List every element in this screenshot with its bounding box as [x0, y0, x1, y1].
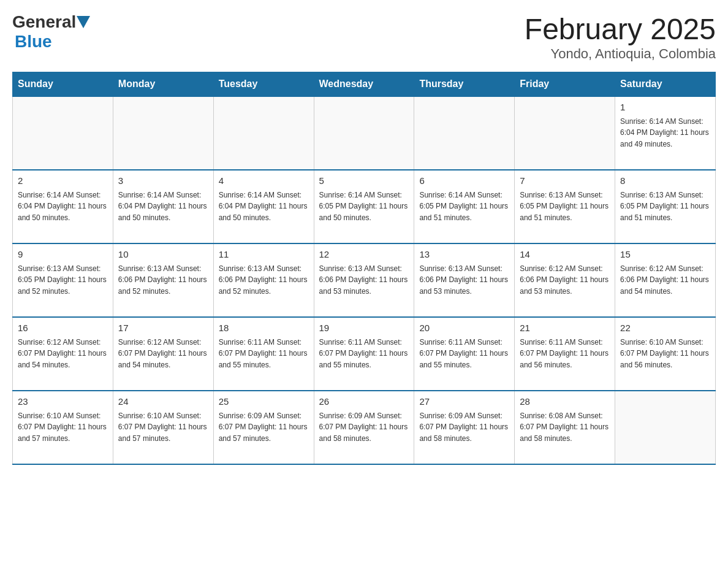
- day-info: Sunrise: 6:09 AM Sunset: 6:07 PM Dayligh…: [319, 410, 409, 445]
- calendar-week-3: 16Sunrise: 6:12 AM Sunset: 6:07 PM Dayli…: [13, 317, 716, 391]
- day-number: 3: [118, 174, 208, 188]
- calendar-cell: 21Sunrise: 6:11 AM Sunset: 6:07 PM Dayli…: [515, 317, 615, 391]
- day-number: 20: [419, 321, 509, 335]
- day-number: 17: [118, 321, 208, 335]
- day-number: 8: [620, 174, 710, 188]
- day-info: Sunrise: 6:14 AM Sunset: 6:04 PM Dayligh…: [219, 190, 309, 224]
- calendar-cell: 2Sunrise: 6:14 AM Sunset: 6:04 PM Daylig…: [13, 170, 113, 243]
- day-info: Sunrise: 6:13 AM Sunset: 6:05 PM Dayligh…: [18, 263, 108, 297]
- page-header: General Blue February 2025 Yondo, Antioq…: [12, 12, 716, 62]
- day-header-thursday: Thursday: [414, 72, 515, 97]
- day-number: 19: [319, 321, 409, 335]
- day-number: 4: [219, 174, 309, 188]
- page-subtitle: Yondo, Antioquia, Colombia: [525, 46, 716, 62]
- day-number: 9: [18, 248, 108, 262]
- calendar-cell: 12Sunrise: 6:13 AM Sunset: 6:06 PM Dayli…: [314, 243, 414, 317]
- day-info: Sunrise: 6:12 AM Sunset: 6:06 PM Dayligh…: [620, 263, 710, 297]
- logo: General Blue: [12, 12, 91, 52]
- day-header-saturday: Saturday: [615, 72, 716, 97]
- day-number: 18: [219, 321, 309, 335]
- calendar-cell: 1Sunrise: 6:14 AM Sunset: 6:04 PM Daylig…: [615, 96, 716, 170]
- day-info: Sunrise: 6:11 AM Sunset: 6:07 PM Dayligh…: [520, 337, 610, 371]
- day-info: Sunrise: 6:14 AM Sunset: 6:04 PM Dayligh…: [18, 190, 108, 224]
- svg-marker-0: [77, 16, 90, 28]
- day-info: Sunrise: 6:13 AM Sunset: 6:05 PM Dayligh…: [620, 190, 710, 224]
- day-number: 2: [18, 174, 108, 188]
- calendar-cell: 13Sunrise: 6:13 AM Sunset: 6:06 PM Dayli…: [414, 243, 515, 317]
- logo-general-text: General: [12, 12, 76, 32]
- day-header-friday: Friday: [515, 72, 615, 97]
- calendar-cell: 14Sunrise: 6:12 AM Sunset: 6:06 PM Dayli…: [515, 243, 615, 317]
- day-info: Sunrise: 6:13 AM Sunset: 6:06 PM Dayligh…: [118, 263, 208, 297]
- logo-triangle-icon: [77, 16, 90, 28]
- day-number: 14: [520, 248, 610, 262]
- calendar-cell: 27Sunrise: 6:09 AM Sunset: 6:07 PM Dayli…: [414, 391, 515, 464]
- day-number: 12: [319, 248, 409, 262]
- day-info: Sunrise: 6:11 AM Sunset: 6:07 PM Dayligh…: [219, 337, 309, 371]
- calendar-cell: 28Sunrise: 6:08 AM Sunset: 6:07 PM Dayli…: [515, 391, 615, 464]
- page-title: February 2025: [525, 12, 716, 46]
- calendar-cell: 10Sunrise: 6:13 AM Sunset: 6:06 PM Dayli…: [113, 243, 213, 317]
- day-number: 15: [620, 248, 710, 262]
- day-number: 10: [118, 248, 208, 262]
- day-info: Sunrise: 6:14 AM Sunset: 6:05 PM Dayligh…: [319, 190, 409, 224]
- calendar-cell: 18Sunrise: 6:11 AM Sunset: 6:07 PM Dayli…: [213, 317, 314, 391]
- day-info: Sunrise: 6:09 AM Sunset: 6:07 PM Dayligh…: [419, 410, 509, 445]
- day-number: 13: [419, 248, 509, 262]
- day-number: 6: [419, 174, 509, 188]
- day-info: Sunrise: 6:12 AM Sunset: 6:07 PM Dayligh…: [18, 337, 108, 371]
- calendar-cell: [13, 96, 113, 170]
- day-number: 5: [319, 174, 409, 188]
- day-number: 26: [319, 395, 409, 409]
- day-header-monday: Monday: [113, 72, 213, 97]
- calendar-week-0: 1Sunrise: 6:14 AM Sunset: 6:04 PM Daylig…: [13, 96, 716, 170]
- day-info: Sunrise: 6:13 AM Sunset: 6:05 PM Dayligh…: [520, 190, 610, 224]
- calendar-cell: 23Sunrise: 6:10 AM Sunset: 6:07 PM Dayli…: [13, 391, 113, 464]
- day-number: 7: [520, 174, 610, 188]
- calendar-header-row: SundayMondayTuesdayWednesdayThursdayFrid…: [13, 72, 716, 97]
- calendar-cell: [515, 96, 615, 170]
- calendar-cell: 9Sunrise: 6:13 AM Sunset: 6:05 PM Daylig…: [13, 243, 113, 317]
- day-number: 16: [18, 321, 108, 335]
- calendar-cell: [314, 96, 414, 170]
- day-info: Sunrise: 6:09 AM Sunset: 6:07 PM Dayligh…: [219, 410, 309, 445]
- day-info: Sunrise: 6:11 AM Sunset: 6:07 PM Dayligh…: [419, 337, 509, 371]
- calendar-cell: 6Sunrise: 6:14 AM Sunset: 6:05 PM Daylig…: [414, 170, 515, 243]
- day-number: 23: [18, 395, 108, 409]
- calendar-week-1: 2Sunrise: 6:14 AM Sunset: 6:04 PM Daylig…: [13, 170, 716, 243]
- calendar-week-2: 9Sunrise: 6:13 AM Sunset: 6:05 PM Daylig…: [13, 243, 716, 317]
- day-info: Sunrise: 6:10 AM Sunset: 6:07 PM Dayligh…: [620, 337, 710, 371]
- calendar-cell: [414, 96, 515, 170]
- day-info: Sunrise: 6:11 AM Sunset: 6:07 PM Dayligh…: [319, 337, 409, 371]
- calendar-cell: 25Sunrise: 6:09 AM Sunset: 6:07 PM Dayli…: [213, 391, 314, 464]
- day-header-wednesday: Wednesday: [314, 72, 414, 97]
- day-info: Sunrise: 6:08 AM Sunset: 6:07 PM Dayligh…: [520, 410, 610, 445]
- calendar-cell: 20Sunrise: 6:11 AM Sunset: 6:07 PM Dayli…: [414, 317, 515, 391]
- title-section: February 2025 Yondo, Antioquia, Colombia: [525, 12, 716, 62]
- day-info: Sunrise: 6:13 AM Sunset: 6:06 PM Dayligh…: [319, 263, 409, 297]
- calendar-cell: 22Sunrise: 6:10 AM Sunset: 6:07 PM Dayli…: [615, 317, 716, 391]
- calendar-cell: 24Sunrise: 6:10 AM Sunset: 6:07 PM Dayli…: [113, 391, 213, 464]
- day-header-sunday: Sunday: [13, 72, 113, 97]
- calendar-cell: [213, 96, 314, 170]
- day-info: Sunrise: 6:12 AM Sunset: 6:06 PM Dayligh…: [520, 263, 610, 297]
- day-number: 25: [219, 395, 309, 409]
- calendar-cell: 8Sunrise: 6:13 AM Sunset: 6:05 PM Daylig…: [615, 170, 716, 243]
- day-number: 27: [419, 395, 509, 409]
- day-info: Sunrise: 6:14 AM Sunset: 6:05 PM Dayligh…: [419, 190, 509, 224]
- calendar-cell: 26Sunrise: 6:09 AM Sunset: 6:07 PM Dayli…: [314, 391, 414, 464]
- day-info: Sunrise: 6:14 AM Sunset: 6:04 PM Dayligh…: [118, 190, 208, 224]
- calendar-cell: 7Sunrise: 6:13 AM Sunset: 6:05 PM Daylig…: [515, 170, 615, 243]
- calendar-cell: 11Sunrise: 6:13 AM Sunset: 6:06 PM Dayli…: [213, 243, 314, 317]
- calendar-cell: 17Sunrise: 6:12 AM Sunset: 6:07 PM Dayli…: [113, 317, 213, 391]
- calendar-cell: 3Sunrise: 6:14 AM Sunset: 6:04 PM Daylig…: [113, 170, 213, 243]
- calendar-cell: 5Sunrise: 6:14 AM Sunset: 6:05 PM Daylig…: [314, 170, 414, 243]
- calendar-cell: 4Sunrise: 6:14 AM Sunset: 6:04 PM Daylig…: [213, 170, 314, 243]
- day-info: Sunrise: 6:13 AM Sunset: 6:06 PM Dayligh…: [419, 263, 509, 297]
- day-info: Sunrise: 6:12 AM Sunset: 6:07 PM Dayligh…: [118, 337, 208, 371]
- day-number: 21: [520, 321, 610, 335]
- day-number: 1: [620, 101, 710, 115]
- day-number: 28: [520, 395, 610, 409]
- day-number: 11: [219, 248, 309, 262]
- calendar-table: SundayMondayTuesdayWednesdayThursdayFrid…: [12, 72, 716, 465]
